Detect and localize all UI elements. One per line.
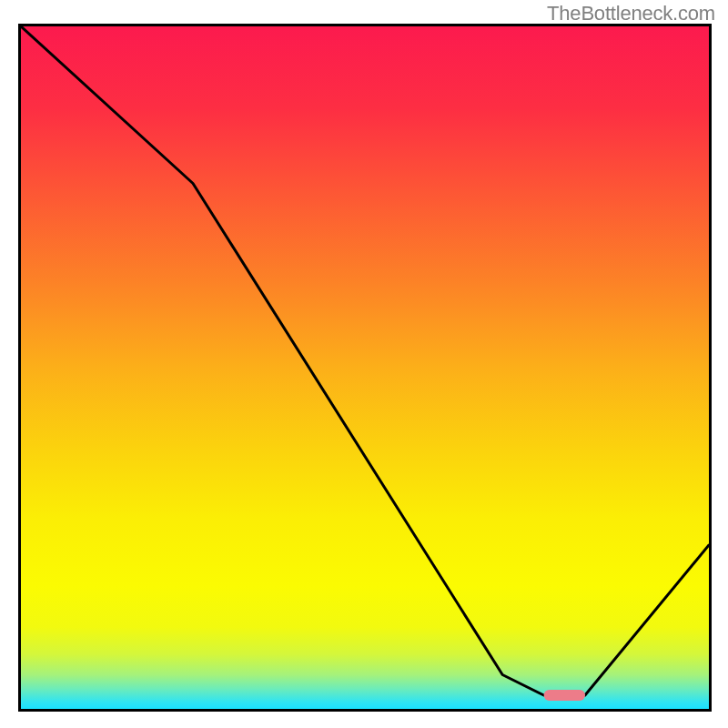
plot-area [18,24,712,712]
plot-inner [21,26,709,709]
watermark-label: TheBottleneck.com [547,2,715,25]
chart-frame: TheBottleneck.com [0,0,728,728]
chart-svg [21,26,709,709]
optimal-marker [544,690,585,701]
bottleneck-curve-line [21,26,709,695]
